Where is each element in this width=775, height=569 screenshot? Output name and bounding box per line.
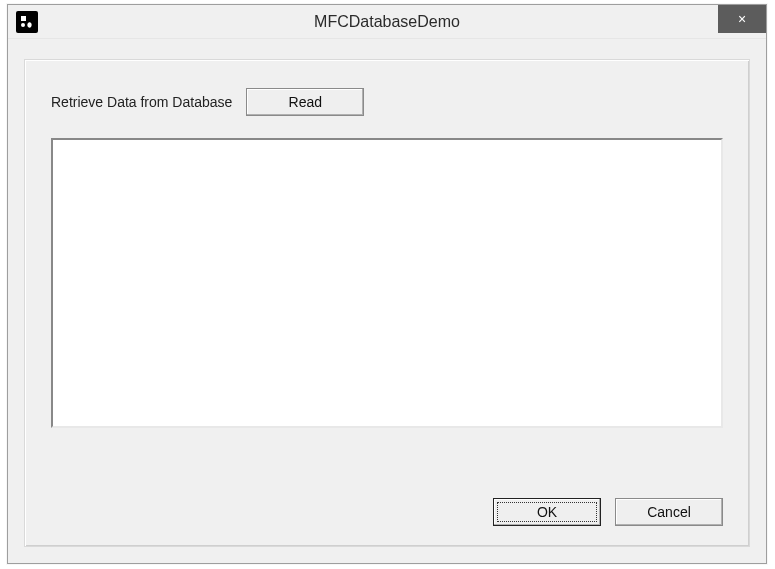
retrieve-label: Retrieve Data from Database: [51, 94, 232, 110]
cancel-button[interactable]: Cancel: [615, 498, 723, 526]
close-icon: ×: [738, 11, 746, 27]
app-icon: [16, 11, 38, 33]
svg-point-2: [21, 23, 25, 27]
window-title: MFCDatabaseDemo: [8, 13, 766, 31]
retrieve-row: Retrieve Data from Database Read: [51, 88, 723, 116]
client-area: Retrieve Data from Database Read OK Canc…: [24, 59, 750, 547]
results-listbox[interactable]: [51, 138, 723, 428]
read-button[interactable]: Read: [246, 88, 364, 116]
dialog-footer: OK Cancel: [493, 498, 723, 526]
close-button[interactable]: ×: [718, 5, 766, 33]
titlebar[interactable]: MFCDatabaseDemo ×: [8, 5, 766, 39]
ok-button[interactable]: OK: [493, 498, 601, 526]
dialog-window: MFCDatabaseDemo × Retrieve Data from Dat…: [7, 4, 767, 564]
svg-rect-1: [21, 16, 26, 21]
